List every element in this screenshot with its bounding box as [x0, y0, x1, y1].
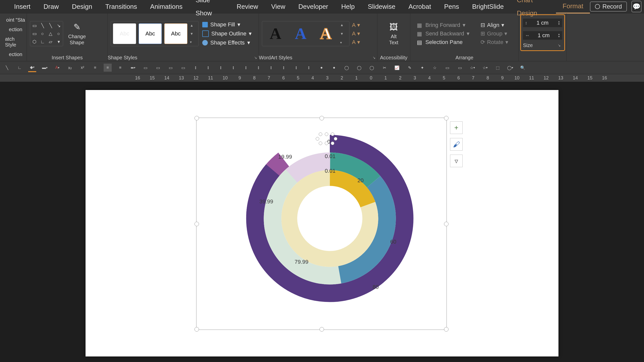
chart-filter-button[interactable]: ▿	[450, 155, 463, 167]
datapoint-selection[interactable]	[319, 132, 334, 148]
wordart-launcher[interactable]: ↘	[373, 56, 377, 60]
shape-style-2[interactable]: Abc	[139, 23, 162, 44]
tab-insert[interactable]: Insert	[8, 0, 37, 13]
bring-forward-button[interactable]: ▦ Bring Forward▾	[417, 22, 469, 28]
tab-view[interactable]: View	[265, 0, 292, 13]
shape-height-input[interactable]: ↕ 1 cm ▲▼	[523, 19, 562, 27]
wordart-style-2[interactable]: A	[290, 23, 311, 44]
shape-line-icon[interactable]: ╲	[39, 22, 46, 29]
shape-effects-button[interactable]: Shape Effects ▾	[202, 39, 252, 46]
tab-animations[interactable]: Animations	[144, 0, 189, 13]
qa-circle-icon[interactable]: ●	[317, 64, 326, 72]
qa-superscript-button[interactable]: x²	[78, 64, 87, 72]
shape-hex-icon[interactable]: ⬡	[31, 38, 38, 45]
wordart-scroll[interactable]: ▲▼▾	[340, 23, 347, 44]
selection-pane-button[interactable]: ▤ Selection Pane	[417, 39, 469, 46]
text-effects-button[interactable]: A▾	[352, 39, 360, 46]
height-spinner[interactable]: ▲▼	[558, 20, 560, 25]
qa-button[interactable]: ⫿	[280, 64, 288, 72]
shape-circle-icon[interactable]: ○	[55, 30, 62, 37]
gallery-scroll[interactable]: ▲▼▾	[190, 23, 196, 44]
qa-button[interactable]: 📈	[393, 64, 401, 72]
shape-arrow-icon[interactable]: ↘	[55, 22, 62, 29]
tab-transitions[interactable]: Transitions	[99, 0, 144, 13]
text-fill-button[interactable]: A▾	[352, 22, 360, 28]
qa-button[interactable]: ⫿	[192, 64, 200, 72]
resize-handle[interactable]	[194, 222, 199, 226]
comments-button[interactable]: 💬	[631, 1, 641, 12]
qa-font-color-button[interactable]: A▾	[53, 64, 61, 72]
qa-eyedropper-button[interactable]: ✎	[406, 64, 414, 72]
record-button[interactable]: Record	[590, 2, 627, 12]
tab-help[interactable]: Help	[335, 0, 361, 13]
qa-button[interactable]: ▭	[456, 64, 464, 72]
shape-style-gallery[interactable]: Abc Abc Abc ▲▼▾	[111, 21, 199, 46]
qa-button[interactable]: ⫿	[229, 64, 237, 72]
change-shape-button[interactable]: ✎ Change Shape	[63, 22, 91, 46]
qa-button[interactable]: ✦	[418, 64, 426, 72]
tab-design[interactable]: Design	[65, 0, 99, 13]
resize-handle[interactable]	[444, 222, 449, 226]
qa-star-button[interactable]: ☆	[431, 64, 439, 72]
cutoff-item-a[interactable]: oint "Sta	[4, 17, 27, 23]
qa-fill-button[interactable]: ◆▾	[28, 63, 36, 72]
qa-align-right-button[interactable]: ≡	[116, 64, 124, 72]
qa-button[interactable]: ▭	[443, 64, 451, 72]
resize-handle[interactable]	[444, 327, 449, 332]
tab-developer[interactable]: Developer	[292, 0, 335, 13]
qa-align-center-button[interactable]: ≡	[104, 64, 112, 72]
shape-fill-button[interactable]: Shape Fill ▾	[202, 21, 252, 28]
doughnut-chart[interactable]: 0. 0.01 0.01 20 60 80 79.99 39.99 19.99	[242, 130, 418, 306]
shape-style-1[interactable]: Abc	[113, 23, 136, 44]
tab-format[interactable]: Format	[556, 0, 590, 14]
editing-canvas[interactable]: + 🖌 ▿	[0, 82, 644, 362]
tab-acrobat[interactable]: Acrobat	[402, 0, 438, 13]
shape-gallery[interactable]: ▭ ╲ ╲ ↘ ▭ ○ △ ○ ⬡ ∟ ▱ ▾	[30, 21, 63, 46]
alt-text-button[interactable]: 🖼 Alt Text	[380, 22, 407, 46]
qa-button[interactable]: ◯▾	[506, 64, 514, 72]
tab-pens[interactable]: Pens	[437, 0, 465, 13]
shape-poly-icon[interactable]: ▱	[47, 38, 54, 45]
shape-outline-button[interactable]: Shape Outline ▾	[202, 30, 252, 37]
resize-handle[interactable]	[444, 116, 449, 120]
qa-circle-icon[interactable]: ◯	[368, 64, 376, 72]
send-backward-button[interactable]: ▦ Send Backward▾	[417, 30, 469, 37]
qa-button[interactable]: ⫿	[267, 64, 275, 72]
tab-draw[interactable]: Draw	[37, 0, 65, 13]
tab-brightslide[interactable]: BrightSlide	[466, 0, 510, 13]
qa-button[interactable]: ⫿	[305, 64, 313, 72]
group-button[interactable]: ⊞ Group▾	[480, 30, 508, 37]
qa-zoom-button[interactable]: 🔍	[519, 64, 527, 72]
qa-color-button[interactable]: ▬▾	[41, 64, 49, 72]
wordart-gallery[interactable]: A A A ▲▼▾	[262, 21, 349, 46]
qa-spacing-button[interactable]: ⬌▾	[129, 64, 137, 72]
qa-button[interactable]: ▭	[154, 64, 162, 72]
cutoff-item-b[interactable]: ection	[7, 26, 24, 33]
shape-width-input[interactable]: ↔ 1 cm ▲▼	[523, 31, 562, 40]
shape-tri-icon[interactable]: △	[47, 30, 54, 37]
qa-button[interactable]: ⫿	[292, 64, 300, 72]
qa-button[interactable]: ▭	[179, 64, 187, 72]
shape-styles-launcher[interactable]: ↘	[254, 56, 259, 60]
tab-slidewise[interactable]: Slidewise	[361, 0, 402, 13]
qa-button[interactable]: ⫿	[242, 64, 250, 72]
qa-button[interactable]: ▭	[141, 64, 149, 72]
shape-lines-icon[interactable]: ∟	[39, 38, 46, 45]
cutoff-item-d[interactable]: ection	[7, 51, 24, 58]
resize-handle[interactable]	[194, 116, 199, 120]
chart-elements-button[interactable]: +	[450, 121, 463, 134]
tab-review[interactable]: Review	[230, 0, 265, 13]
align-button[interactable]: ⊟ Align▾	[480, 22, 508, 28]
qa-circle-icon[interactable]: ◯	[343, 64, 351, 72]
qa-button[interactable]: ⬚	[494, 64, 502, 72]
cutoff-item-c[interactable]: atch Style	[3, 36, 28, 48]
qa-button[interactable]: ∟	[16, 64, 24, 72]
qa-button[interactable]: ╲	[3, 64, 11, 72]
shape-more-icon[interactable]: ▾	[55, 38, 62, 45]
qa-align-left-button[interactable]: ≡	[91, 64, 99, 72]
shape-style-3[interactable]: Abc	[164, 23, 187, 44]
qa-button[interactable]: ⫿	[217, 64, 225, 72]
qa-crop-button[interactable]: ✂	[380, 64, 388, 72]
qa-star-dropdown[interactable]: ☆▾	[481, 64, 489, 72]
qa-button[interactable]: ⫿	[204, 64, 212, 72]
